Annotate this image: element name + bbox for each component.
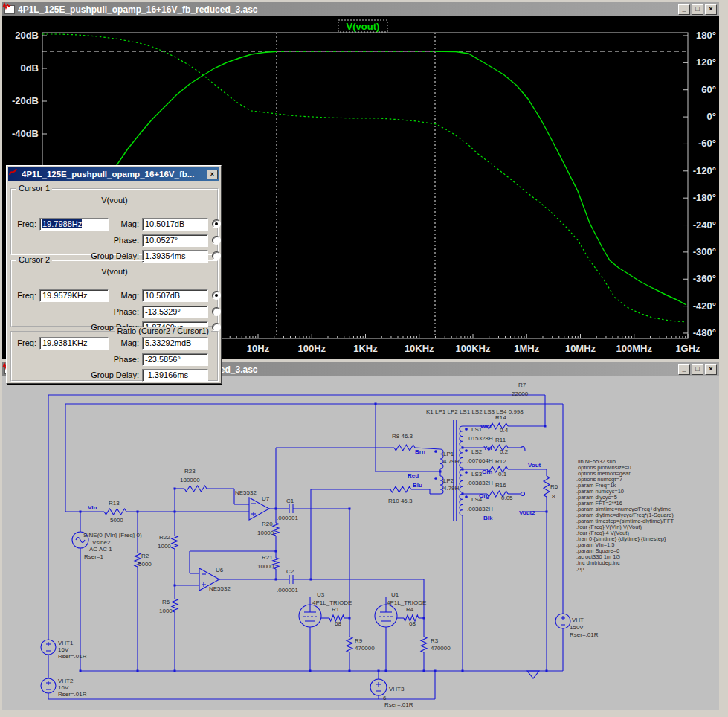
cursor2-phase-input[interactable]: -13.5329° [142, 306, 208, 318]
ltspice-cursor-icon [10, 170, 19, 179]
mag-label: Mag: [96, 338, 139, 347]
phase-label: Phase: [96, 236, 139, 245]
ratio-mag-input[interactable]: 5.33292mdB [142, 337, 208, 350]
cursor1-phase-radio[interactable] [212, 236, 221, 245]
cursor2-phase-radio[interactable] [212, 307, 221, 316]
freq-label: Freq: [7, 291, 36, 300]
close-button[interactable]: × [705, 364, 717, 375]
freq-label: Freq: [7, 219, 36, 228]
phase-label: Phase: [96, 307, 139, 316]
ratio-group-label: Ratio (Cursor2 / Cursor1) [115, 327, 211, 335]
selected-text: 19.7988Hz [42, 219, 82, 228]
cursor1-group-label: Cursor 1 [16, 184, 52, 193]
mag-label: Mag: [96, 291, 139, 300]
plot-window-titlebar[interactable]: 4P1L_125E_pushpull_opamp_16+16V_fb_reduc… [2, 2, 719, 16]
cursor-dialog-titlebar[interactable]: 4P1L_125E_pushpull_opamp_16+16V_fb... × [8, 167, 219, 181]
maximize-button[interactable]: □ [692, 4, 703, 15]
cursor2-group-label: Cursor 2 [16, 255, 52, 264]
cursor2-mag-input[interactable]: 10.507dB [142, 289, 208, 302]
ratio-gd-input[interactable]: -1.39166ms [142, 369, 208, 382]
mag-label: Mag: [96, 219, 139, 228]
cursor1-mag-radio[interactable] [212, 219, 221, 228]
cursor1-signal: V(vout) [12, 196, 217, 205]
minimize-button[interactable]: _ [678, 4, 690, 15]
cursor2-mag-radio[interactable] [212, 291, 221, 300]
cursor-dialog[interactable]: 4P1L_125E_pushpull_opamp_16+16V_fb... × … [6, 165, 222, 384]
minimize-button[interactable]: _ [678, 364, 690, 375]
ltspice-plot-icon [4, 5, 15, 14]
group-delay-label: Group Delay: [81, 370, 139, 379]
cursor1-phase-input[interactable]: 10.0527° [142, 234, 208, 247]
cursor-dialog-title: 4P1L_125E_pushpull_opamp_16+16V_fb... [22, 170, 207, 179]
cursor2-signal: V(vout) [12, 267, 217, 276]
phase-label: Phase: [96, 355, 139, 364]
close-button[interactable]: × [705, 4, 717, 15]
cursor1-mag-input[interactable]: 10.5017dB [142, 218, 208, 231]
ratio-phase-input[interactable]: -23.5856° [142, 353, 208, 366]
maximize-button[interactable]: □ [692, 364, 703, 375]
schematic-canvas[interactable] [2, 376, 719, 710]
plot-window-title: 4P1L_125E_pushpull_opamp_16+16V_fb_reduc… [18, 4, 678, 15]
freq-label: Freq: [7, 338, 36, 347]
ltspice-application: 4P1L_125E_pushpull_opamp_16+16V_fb_reduc… [0, 0, 728, 717]
close-icon[interactable]: × [207, 170, 218, 179]
